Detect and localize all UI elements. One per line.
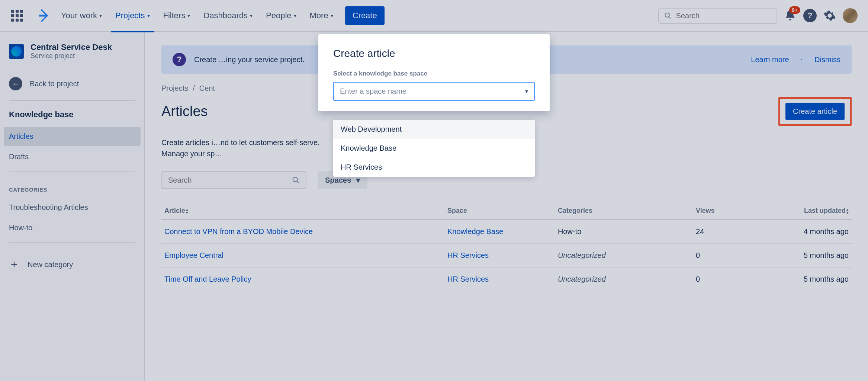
- create-article-modal: Create article Select a knowledge base s…: [318, 34, 550, 111]
- dropdown-option[interactable]: Knowledge Base: [333, 139, 535, 158]
- space-dropdown: Web Development Knowledge Base HR Servic…: [333, 120, 535, 177]
- chevron-down-icon: ▾: [525, 88, 528, 95]
- field-label: Select a knowledge base space: [333, 70, 535, 77]
- space-select-input[interactable]: [340, 87, 525, 96]
- space-select[interactable]: ▾: [333, 82, 535, 101]
- dropdown-option[interactable]: HR Services: [333, 158, 535, 177]
- dropdown-option[interactable]: Web Development: [333, 120, 535, 139]
- modal-title: Create article: [333, 48, 535, 60]
